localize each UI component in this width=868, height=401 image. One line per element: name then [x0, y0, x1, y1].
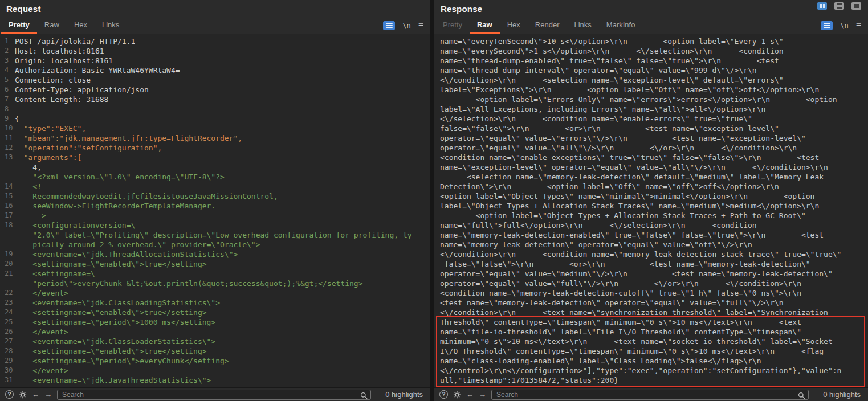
request-line: 8: [0, 104, 430, 114]
response-line: false=\"false\">\r\n <or>\r\n <test name…: [434, 259, 868, 269]
line-number: 8: [0, 104, 15, 114]
request-panel-header: Request: [0, 0, 430, 17]
line-number: 14: [0, 182, 15, 191]
next-match-button[interactable]: →: [44, 390, 52, 399]
request-line: 9{: [0, 114, 430, 124]
previous-match-button[interactable]: ←: [32, 390, 39, 399]
response-line: name=\"memory-leak-detection-enabled\" t…: [434, 230, 868, 240]
editor-menu-icon[interactable]: ≡: [856, 21, 861, 30]
previous-match-button[interactable]: ←: [466, 390, 474, 399]
line-text: "arguments":[: [15, 153, 81, 162]
request-search-field: [57, 390, 371, 400]
request-searchbar: ? ← → 0 highlights: [0, 387, 430, 401]
search-settings-gear-icon[interactable]: [19, 391, 27, 399]
line-number: 11: [0, 133, 15, 143]
request-editor[interactable]: 1POST /api/jolokia/ HTTP/1.12Host: local…: [0, 34, 430, 387]
beautify-icon[interactable]: [383, 21, 395, 30]
response-tab-hex[interactable]: Hex: [500, 17, 528, 34]
response-tab-links[interactable]: Links: [567, 17, 598, 34]
line-number: 13: [0, 153, 15, 162]
request-line: 31 <eventname=\"jdk.JavaThreadStatistics…: [0, 375, 430, 385]
response-line: operator=\"equal\" value=\"errors\"\/>\r…: [434, 133, 868, 143]
help-icon[interactable]: ?: [439, 390, 448, 399]
layout-columns-button[interactable]: [817, 2, 827, 10]
panel-splitter[interactable]: [430, 0, 434, 401]
response-editor-tools: \n ≡: [821, 21, 861, 30]
request-line: 6Content-Type: application/json: [0, 85, 430, 95]
request-tab-raw[interactable]: Raw: [37, 17, 67, 34]
beautify-icon[interactable]: [821, 21, 833, 30]
line-text: Recommendedwaytoedit.jfcfilesistouseJava…: [15, 191, 278, 201]
nonprintable-chars-toggle[interactable]: \n: [840, 22, 848, 30]
response-line: operator=\"equal\" value=\"full\"\/>\r\n…: [434, 279, 868, 288]
request-line: 21 <settingname=\: [0, 269, 430, 279]
line-number: 24: [0, 308, 15, 317]
response-editor[interactable]: name=\"everyTenSecond\">10 s<\/option>\r…: [434, 34, 868, 387]
response-tab-render[interactable]: Render: [528, 17, 567, 34]
line-number: 4: [0, 66, 15, 75]
response-line: label=\"Exceptions\">\r\n <option label=…: [434, 85, 868, 95]
line-number: 27: [0, 337, 15, 346]
line-number: [0, 230, 15, 240]
response-line: <\/selection>\r\n <condition name=\"enab…: [434, 114, 868, 124]
line-text: <!--: [15, 182, 51, 191]
request-line: 27 <eventname=\"jdk.ClassLoaderStatistic…: [0, 337, 430, 346]
response-line: <\/condition>\r\n <selection name=\"exce…: [434, 75, 868, 85]
line-text: {: [15, 114, 19, 124]
request-line: 5Connection: close: [0, 75, 430, 85]
response-line: operator=\"equal\" value=\"all\"\/>\r\n …: [434, 143, 868, 153]
request-tab-hex[interactable]: Hex: [67, 17, 95, 34]
line-text: "<?xml version=\"1.0\" encoding=\"UTF-8\…: [15, 172, 225, 182]
editor-menu-icon[interactable]: ≡: [418, 21, 423, 30]
search-icon[interactable]: [798, 391, 805, 401]
request-line: pically around 2 % overhead.\" provider=…: [0, 240, 430, 249]
line-number: 18: [0, 220, 15, 230]
response-tab-markinfo[interactable]: MarkInfo: [599, 17, 643, 34]
request-line: 20 <settingname=\"enabled\">true</settin…: [0, 259, 430, 269]
line-text: <settingname=\"enabled\">true</setting>: [15, 308, 207, 317]
request-line: 28 <settingname=\"enabled\">true</settin…: [0, 346, 430, 356]
request-line: 15 Recommendedwaytoedit.jfcfilesistouseJ…: [0, 191, 430, 201]
request-line: 12 "operation":"setConfiguration",: [0, 143, 430, 153]
request-line: 13 "arguments":[: [0, 153, 430, 162]
line-text: "operation":"setConfiguration",: [15, 143, 162, 153]
request-search-input[interactable]: [57, 390, 371, 400]
line-number: 23: [0, 298, 15, 308]
next-match-button[interactable]: →: [479, 390, 486, 399]
line-number: 9: [0, 114, 15, 124]
response-tab-pretty[interactable]: Pretty: [435, 17, 470, 34]
layout-single-button[interactable]: [851, 2, 861, 10]
response-line: name=\"thread-dump-interval\" operator=\…: [434, 66, 868, 75]
response-line: <\/control>\r\n<\/configuration>"],"type…: [434, 366, 868, 375]
line-number: 12: [0, 143, 15, 153]
response-search-input[interactable]: [491, 390, 809, 400]
response-line: name=\"everyTenSecond\">10 s<\/option>\r…: [434, 36, 868, 46]
search-icon[interactable]: [360, 391, 368, 401]
line-text: Content-Length: 31688: [15, 95, 108, 104]
line-number: 1: [0, 36, 15, 46]
layout-rows-button[interactable]: [834, 2, 844, 10]
request-tab-links[interactable]: Links: [95, 17, 127, 34]
response-line: <\/condition>\r\n <condition name=\"memo…: [434, 249, 868, 259]
nonprintable-chars-toggle[interactable]: \n: [402, 22, 410, 30]
request-tab-pretty[interactable]: Pretty: [1, 17, 37, 34]
line-text: POST /api/jolokia/ HTTP/1.1: [15, 36, 135, 46]
response-line: <selection name=\"memory-leak-detection\…: [434, 172, 868, 182]
response-tab-raw[interactable]: Raw: [470, 17, 500, 34]
line-text: <eventname=\"jdk.ThreadAllocationStatist…: [15, 249, 238, 259]
response-line: name=\"memory-leak-detection\" operator=…: [434, 240, 868, 249]
response-line: minimum=\"0 s\">10 ms<\/text>\r\n <text …: [434, 337, 868, 346]
request-line: 30 </event>: [0, 366, 430, 375]
line-text: Authorization: Basic YWRtaW46YWRtaW4=: [15, 66, 180, 75]
http-message-viewer: Request PrettyRawHexLinks \n ≡ 1POST /ap…: [0, 0, 868, 401]
request-line: 14 <!--: [0, 182, 430, 191]
response-line: <option label=\"Object Types + Allocatio…: [434, 211, 868, 220]
search-settings-gear-icon[interactable]: [453, 391, 461, 399]
line-text: <eventname=\"jdk.ClassLoaderStatistics\"…: [15, 337, 215, 346]
response-raw-text: name=\"everyTenSecond\">10 s<\/option>\r…: [434, 36, 868, 385]
request-line: 24 <settingname=\"enabled\">true</settin…: [0, 308, 430, 317]
line-text: </event>: [15, 327, 68, 337]
help-icon[interactable]: ?: [5, 390, 14, 399]
request-line: 17 -->: [0, 211, 430, 220]
response-line: <condition name=\"memory-leak-detection-…: [434, 288, 868, 298]
